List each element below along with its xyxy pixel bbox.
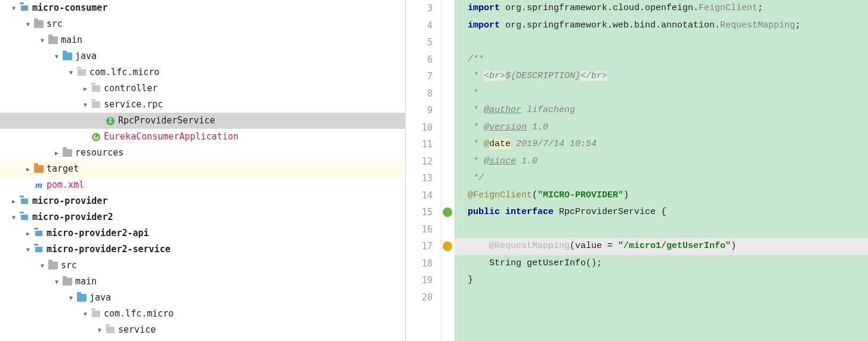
code-line[interactable]: /** (455, 51, 868, 69)
expand-arrow-icon[interactable]: ▼ (51, 274, 62, 290)
expand-arrow-icon[interactable]: ▶ (80, 80, 91, 97)
tree-node-src[interactable]: ▼src (0, 16, 405, 32)
gutter-marker-column (441, 0, 455, 341)
expand-arrow-icon[interactable]: ▶ (51, 145, 62, 161)
line-number[interactable]: 7 (406, 68, 433, 85)
expand-arrow-icon[interactable]: ▼ (66, 64, 76, 80)
line-number[interactable]: 18 (406, 255, 433, 272)
tree-node-java2[interactable]: ▼java (0, 290, 405, 306)
pkg-icon (91, 83, 101, 94)
expand-arrow-icon[interactable]: ▼ (80, 306, 91, 322)
token-plain: RpcProviderService { (554, 207, 666, 217)
line-number[interactable]: 12 (406, 153, 433, 170)
intention-bulb-icon[interactable] (443, 241, 452, 251)
expand-arrow-icon[interactable]: ▼ (8, 0, 19, 16)
tree-node-EurekaConsumerApplication[interactable]: EurekaConsumerApplication (0, 129, 405, 145)
code-line[interactable]: * @date 2019/7/14 10:54 (455, 136, 868, 153)
code-line[interactable] (455, 289, 868, 306)
tree-node-main[interactable]: ▼main (0, 32, 405, 48)
tree-node-resources[interactable]: ▶resources (0, 145, 405, 161)
code-line[interactable]: @FeignClient("MICRO-PROVIDER") (455, 187, 868, 204)
line-number[interactable]: 9 (406, 102, 433, 119)
gutter-run-icon[interactable] (443, 207, 452, 217)
line-number[interactable]: 15 (406, 204, 433, 221)
expand-arrow-icon[interactable]: ▼ (23, 241, 33, 258)
line-number[interactable]: 16 (406, 221, 433, 238)
tree-node-service2[interactable]: ▼service (0, 322, 405, 338)
expand-arrow-icon[interactable]: ▶ (23, 161, 33, 177)
code-line[interactable]: * @version 1.0 (455, 119, 868, 137)
code-line[interactable] (455, 34, 868, 51)
token-jdoc: */ (468, 173, 484, 183)
editor-gutter[interactable]: 34567891011121314151617181920 (406, 0, 441, 341)
expand-arrow-icon[interactable]: ▶ (23, 225, 33, 241)
module-icon (33, 228, 44, 239)
expand-arrow-icon[interactable]: ▼ (37, 32, 48, 48)
tree-node-RpcProviderService[interactable]: IRpcProviderService (0, 113, 405, 129)
line-number[interactable]: 20 (406, 289, 433, 306)
code-line[interactable]: */ (455, 170, 868, 187)
line-number[interactable]: 10 (406, 119, 433, 137)
code-line[interactable]: import org.springframework.cloud.openfei… (455, 0, 868, 17)
expand-arrow-icon[interactable]: ▼ (23, 16, 33, 32)
expand-arrow-icon[interactable]: ▼ (51, 48, 62, 64)
expand-arrow-icon[interactable]: ▼ (94, 322, 105, 338)
tree-label: src (45, 16, 63, 32)
code-line[interactable] (455, 221, 868, 238)
code-area[interactable]: import org.springframework.cloud.openfei… (455, 0, 868, 341)
tree-node-main2[interactable]: ▼main (0, 274, 405, 290)
expand-arrow-icon[interactable]: ▼ (80, 97, 91, 113)
code-line[interactable]: } (455, 272, 868, 289)
line-number[interactable]: 5 (406, 34, 433, 51)
tree-node-com-lfc-micro[interactable]: ▼com.lfc.micro (0, 64, 405, 80)
pkg-icon (76, 67, 87, 78)
line-number[interactable]: 17 (406, 238, 433, 255)
code-line[interactable]: * @since 1.0 (455, 153, 868, 170)
tree-node-target[interactable]: ▶target (0, 161, 405, 177)
line-number[interactable]: 11 (406, 136, 433, 153)
tree-node-controller[interactable]: ▶controller (0, 80, 405, 97)
code-line[interactable]: * <br>${DESCRIPTION}</br> (455, 68, 868, 85)
token-plain: ; (758, 3, 763, 13)
project-tree[interactable]: ▼micro-consumer▼src▼main▼java▼com.lfc.mi… (0, 0, 405, 338)
tree-node-micro-provider2[interactable]: ▼micro-provider2 (0, 209, 405, 225)
expand-arrow-icon[interactable]: ▼ (66, 290, 76, 306)
tree-label: main (74, 274, 97, 290)
tree-node-micro-provider2-api[interactable]: ▶micro-provider2-api (0, 225, 405, 241)
token-kw: import (468, 20, 500, 30)
tree-label: com.lfc.micro (88, 64, 159, 80)
ide-window: ▼micro-consumer▼src▼main▼java▼com.lfc.mi… (0, 0, 868, 341)
code-line[interactable]: * (455, 85, 868, 103)
folder-icon (33, 19, 44, 30)
tree-label: java (88, 290, 111, 306)
tree-node-micro-consumer[interactable]: ▼micro-consumer (0, 0, 405, 16)
line-number[interactable]: 6 (406, 51, 433, 69)
line-number[interactable]: 3 (406, 0, 433, 17)
spring-icon (91, 132, 101, 142)
tree-node-src2[interactable]: ▼src (0, 258, 405, 274)
line-number[interactable]: 19 (406, 272, 433, 289)
tree-node-micro-provider[interactable]: ▶micro-provider (0, 193, 405, 209)
expand-arrow-icon[interactable]: ▶ (8, 193, 19, 209)
expand-arrow-icon[interactable]: ▼ (8, 209, 19, 225)
tree-node-com-lfc-micro2[interactable]: ▼com.lfc.micro (0, 306, 405, 322)
code-line[interactable]: import org.springframework.web.bind.anno… (455, 17, 868, 35)
folder-icon (62, 277, 73, 287)
tree-node-pom-xml[interactable]: mpom.xml (0, 177, 405, 193)
tree-node-micro-provider2-service[interactable]: ▼micro-provider2-service (0, 241, 405, 258)
token-jdoc-tag: @since (484, 156, 516, 166)
line-number[interactable]: 8 (406, 85, 433, 103)
tree-node-service-rpc[interactable]: ▼service.rpc (0, 97, 405, 113)
code-line[interactable]: public interface RpcProviderService { (455, 204, 868, 221)
tree-node-java[interactable]: ▼java (0, 48, 405, 64)
code-line[interactable]: * @author lifacheng (455, 102, 868, 119)
line-number[interactable]: 14 (406, 187, 433, 204)
code-line[interactable]: String getUserInfo(); (455, 255, 868, 272)
line-number[interactable]: 4 (406, 17, 433, 35)
expand-arrow-icon[interactable]: ▼ (37, 258, 48, 274)
code-line[interactable]: @RequestMapping(value = "/micro1/getUser… (455, 238, 868, 255)
token-plain: ( (532, 190, 538, 200)
token-jdoc: 2019/7/14 10:54 (511, 139, 597, 149)
project-tree-panel[interactable]: ▼micro-consumer▼src▼main▼java▼com.lfc.mi… (0, 0, 406, 341)
line-number[interactable]: 13 (406, 170, 433, 187)
